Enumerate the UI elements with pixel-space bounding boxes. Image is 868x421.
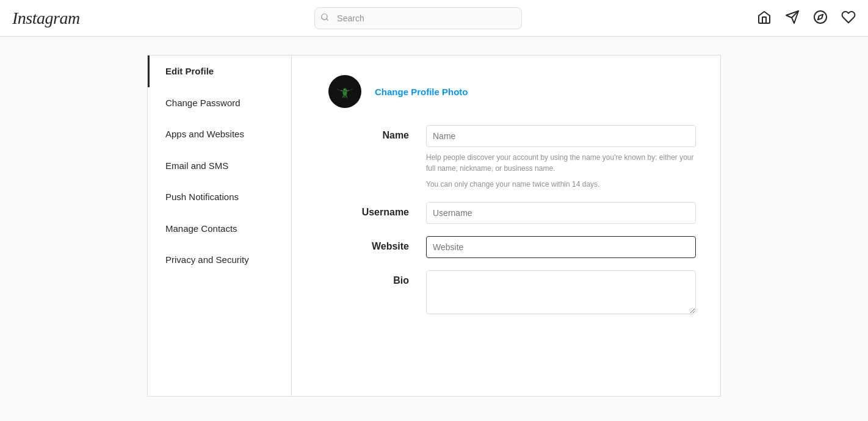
avatar [328, 75, 361, 108]
name-label: Name [328, 125, 426, 141]
username-input[interactable] [426, 202, 696, 224]
sidebar-item-change-password[interactable]: Change Password [148, 87, 291, 119]
heart-icon[interactable] [841, 10, 856, 27]
compass-icon[interactable] [813, 10, 828, 27]
sidebar-item-manage-contacts[interactable]: Manage Contacts [148, 213, 291, 245]
website-input[interactable] [426, 236, 696, 258]
search-input[interactable] [314, 7, 522, 29]
name-form-row: Name Help people discover your account b… [328, 125, 696, 190]
home-icon[interactable] [757, 10, 772, 27]
search-bar [314, 7, 522, 29]
bio-label: Bio [328, 270, 426, 286]
username-field-wrap [426, 202, 696, 224]
settings-sidebar: Edit Profile Change Password Apps and We… [148, 56, 292, 396]
bio-form-row: Bio [328, 270, 696, 317]
logo: Instagram [12, 9, 80, 28]
username-label: Username [328, 202, 426, 218]
svg-point-9 [344, 89, 345, 90]
search-icon [320, 13, 329, 24]
name-hint-1: Help people discover your account by usi… [426, 152, 696, 174]
name-hint-2: You can only change your name twice with… [426, 179, 696, 190]
change-photo-link[interactable]: Change Profile Photo [375, 87, 468, 97]
svg-point-4 [814, 11, 826, 23]
sidebar-item-privacy-security[interactable]: Privacy and Security [148, 244, 291, 276]
edit-profile-content: Change Profile Photo Name Help people di… [292, 56, 720, 396]
settings-container: Edit Profile Change Password Apps and We… [147, 55, 721, 397]
profile-photo-row: Change Profile Photo [328, 75, 696, 108]
website-form-row: Website [328, 236, 696, 258]
sidebar-item-push-notifications[interactable]: Push Notifications [148, 181, 291, 213]
username-form-row: Username [328, 202, 696, 224]
header: Instagram [0, 0, 868, 37]
sidebar-item-email-sms[interactable]: Email and SMS [148, 150, 291, 182]
sidebar-item-edit-profile[interactable]: Edit Profile [148, 56, 291, 87]
svg-marker-5 [818, 14, 823, 19]
bio-field-wrap [426, 270, 696, 317]
name-field-wrap: Help people discover your account by usi… [426, 125, 696, 190]
sidebar-item-apps-websites[interactable]: Apps and Websites [148, 118, 291, 150]
send-icon[interactable] [785, 10, 800, 27]
svg-line-1 [327, 18, 328, 20]
header-icons [757, 10, 856, 27]
website-label: Website [328, 236, 426, 252]
name-input[interactable] [426, 125, 696, 147]
bio-textarea[interactable] [426, 270, 696, 314]
website-field-wrap [426, 236, 696, 258]
